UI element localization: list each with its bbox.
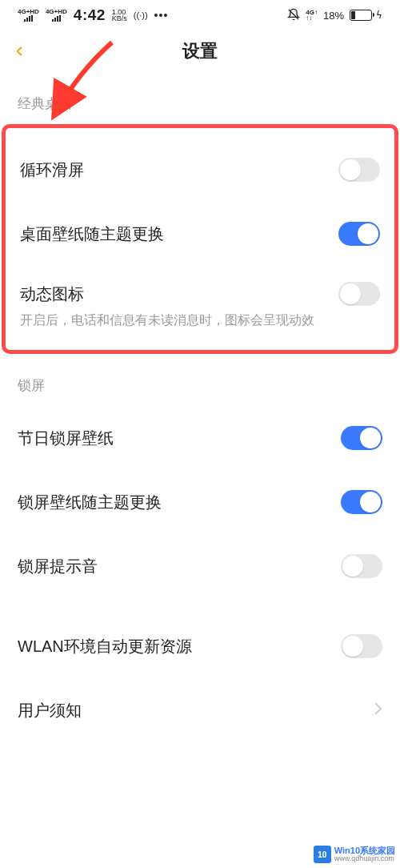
row-title: 锁屏壁纸随主题更换 xyxy=(18,492,333,513)
row-holiday-lock[interactable]: 节日锁屏壁纸 xyxy=(0,406,400,470)
section-label-lock: 锁屏 xyxy=(0,354,400,406)
charging-icon: ϟ xyxy=(376,10,382,21)
row-title: 动态图标 xyxy=(20,283,84,305)
row-title: WLAN环境自动更新资源 xyxy=(18,636,333,657)
highlight-box: 循环滑屏 桌面壁纸随主题更换 动态图标 开启后，电话和信息有未读消息时，图标会呈… xyxy=(2,124,398,354)
watermark-url: www.qdhuajin.com xyxy=(334,855,395,863)
row-title: 用户须知 xyxy=(18,700,366,721)
content-area: 经典桌面 循环滑屏 桌面壁纸随主题更换 动态图标 开启后，电话和信息有未读消息时… xyxy=(0,72,400,742)
status-time: 4:42 xyxy=(74,6,106,24)
watermark: 10 Win10系统家园 www.qdhuajin.com xyxy=(314,846,395,863)
back-button[interactable] xyxy=(0,32,38,70)
row-title: 桌面壁纸随主题更换 xyxy=(20,223,330,245)
battery-percent: 18% xyxy=(323,10,344,22)
top-bar: 设置 xyxy=(0,30,400,72)
status-bar: 4G+HD 4G+HD 4:42 1.00KB/s ((·)) ••• 4G↑↑… xyxy=(0,0,400,30)
row-wlan-auto[interactable]: WLAN环境自动更新资源 xyxy=(0,614,400,678)
toggle-dynamic-icon[interactable] xyxy=(338,282,380,306)
bell-mute-icon xyxy=(287,8,300,23)
toggle-loop-slide[interactable] xyxy=(338,158,380,182)
toggle-lock-sound[interactable] xyxy=(341,554,382,578)
status-left: 4G+HD 4G+HD 4:42 1.00KB/s ((·)) ••• xyxy=(18,6,168,24)
signal-2-icon: 4G+HD xyxy=(46,9,67,22)
row-lock-wallpaper-theme[interactable]: 锁屏壁纸随主题更换 xyxy=(0,470,400,534)
row-title: 循环滑屏 xyxy=(20,159,330,181)
status-netspeed: 1.00KB/s xyxy=(112,9,127,22)
section-label-desktop: 经典桌面 xyxy=(0,72,400,124)
row-lock-sound[interactable]: 锁屏提示音 xyxy=(0,534,400,598)
row-user-notice[interactable]: 用户须知 xyxy=(0,678,400,742)
page-title: 设置 xyxy=(0,39,400,63)
row-title: 节日锁屏壁纸 xyxy=(18,428,333,449)
row-wallpaper-theme[interactable]: 桌面壁纸随主题更换 xyxy=(6,202,394,266)
toggle-lock-wallpaper-theme[interactable] xyxy=(341,490,382,514)
signal-1-icon: 4G+HD xyxy=(18,9,39,22)
watermark-badge: 10 xyxy=(314,846,331,863)
row-dynamic-icon[interactable]: 动态图标 开启后，电话和信息有未读消息时，图标会呈现动效 xyxy=(6,266,394,345)
more-icon: ••• xyxy=(154,9,169,22)
toggle-holiday-lock[interactable] xyxy=(341,426,382,450)
toggle-wlan-auto[interactable] xyxy=(341,634,382,658)
battery-icon xyxy=(350,10,372,21)
row-loop-slide[interactable]: 循环滑屏 xyxy=(6,138,394,202)
toggle-wallpaper-theme[interactable] xyxy=(338,222,380,246)
hotspot-icon: ((·)) xyxy=(134,10,148,20)
status-right: 4G↑↑↓ 18% ϟ xyxy=(287,8,382,23)
data-arrows-icon: 4G↑↑↓ xyxy=(306,10,318,21)
chevron-right-icon xyxy=(374,702,382,718)
row-title: 锁屏提示音 xyxy=(18,556,333,577)
row-subtitle: 开启后，电话和信息有未读消息时，图标会呈现动效 xyxy=(20,311,380,329)
